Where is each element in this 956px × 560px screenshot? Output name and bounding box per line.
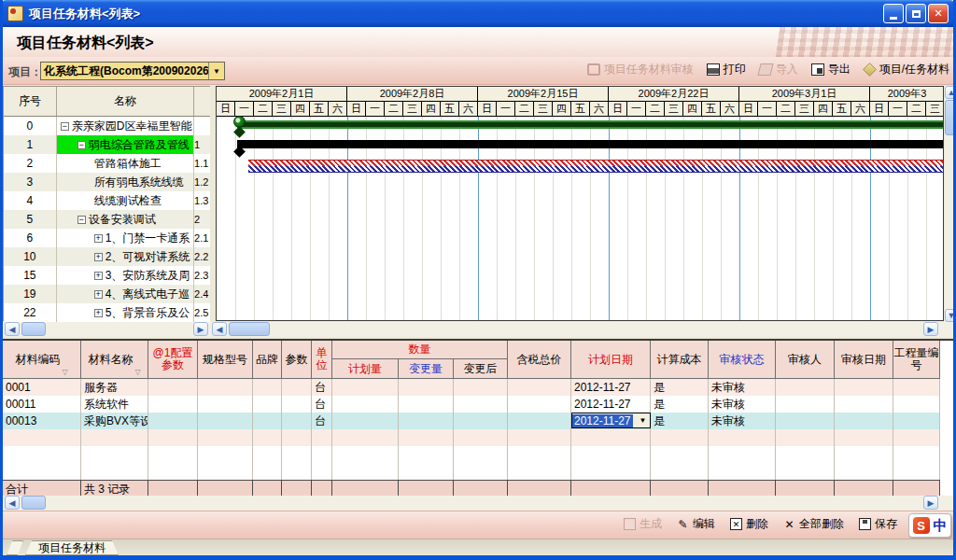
material-cell[interactable] <box>253 379 282 396</box>
material-empty-cell[interactable] <box>312 429 332 446</box>
material-empty-cell[interactable] <box>253 446 282 463</box>
material-cell[interactable] <box>454 396 508 413</box>
material-cell[interactable] <box>253 396 282 413</box>
material-empty-cell[interactable] <box>3 446 81 463</box>
material-empty-cell[interactable] <box>893 463 940 480</box>
material-empty-cell[interactable] <box>835 446 893 463</box>
material-cell[interactable]: 系统软件 <box>81 396 148 413</box>
material-cell[interactable] <box>893 413 940 429</box>
material-cell[interactable] <box>332 396 399 413</box>
task-panel-scroll-right-icon[interactable]: ▶ <box>193 322 208 336</box>
column-header-计划量[interactable]: 计划量 <box>332 359 399 379</box>
gantt-scroll-right-icon[interactable]: ▶ <box>923 322 938 336</box>
chevron-down-icon[interactable]: ▼ <box>208 63 224 79</box>
gantt-scroll-left-icon[interactable]: ◀ <box>212 322 227 336</box>
task-row[interactable]: 3所有弱电系统线缆1.2 <box>4 173 210 191</box>
material-cell[interactable]: 2012-11-27 <box>571 396 651 413</box>
gantt-bar-hatched-blue[interactable] <box>248 166 944 173</box>
column-header-@1配置参数[interactable]: @1配置参数 <box>148 341 198 379</box>
expand-icon[interactable]: + <box>94 253 103 261</box>
collapse-icon[interactable]: − <box>61 122 69 131</box>
sort-icon[interactable]: ▽ <box>134 366 140 378</box>
material-empty-cell[interactable] <box>454 446 508 463</box>
material-empty-cell[interactable] <box>198 446 253 463</box>
collapse-icon[interactable]: − <box>77 141 86 149</box>
task-panel-hscroll-thumb[interactable] <box>21 322 46 336</box>
task-row[interactable]: 0−亲亲家园D区幸福里智能 <box>4 117 210 135</box>
expand-icon[interactable]: + <box>94 290 103 299</box>
material-empty-cell[interactable] <box>454 463 508 480</box>
material-empty-cell[interactable] <box>454 429 508 446</box>
column-header-材料名称[interactable]: 材料名称▽ <box>81 341 148 379</box>
material-empty-cell[interactable] <box>81 446 148 463</box>
bottom-button-全部删除[interactable]: ✕全部删除 <box>783 516 844 532</box>
close-button[interactable]: ✕ <box>928 4 949 23</box>
material-empty-cell[interactable] <box>651 463 709 480</box>
bottom-button-删除[interactable]: ✕删除 <box>730 516 768 532</box>
material-empty-cell[interactable] <box>3 429 81 446</box>
material-cell[interactable]: 未审核 <box>709 396 776 413</box>
titlebar[interactable]: 项目任务材料<列表> ✕ <box>0 0 956 27</box>
task-panel-scroll-left-icon[interactable]: ◀ <box>5 322 20 336</box>
task-row[interactable]: 15+3、安防系统及周2.3 <box>4 266 210 285</box>
bottom-button-编辑[interactable]: ✎编辑 <box>677 516 715 532</box>
materials-scroll-right-icon[interactable]: ▶ <box>923 496 938 510</box>
tab-project-task-materials[interactable]: 项目任务材料 <box>25 540 119 555</box>
column-header-单位[interactable]: 单位 <box>312 341 332 379</box>
material-cell[interactable] <box>148 413 198 429</box>
gantt-hscroll-thumb[interactable] <box>229 322 270 336</box>
scroll-down-icon[interactable]: ▼ <box>945 309 956 322</box>
material-cell[interactable] <box>835 379 893 396</box>
material-cell[interactable]: 2012-11-27 <box>571 379 651 396</box>
column-header-参数[interactable]: 参数 <box>282 341 312 379</box>
material-cell[interactable]: 是 <box>651 396 709 413</box>
material-empty-cell[interactable] <box>312 446 332 463</box>
material-cell[interactable] <box>332 379 399 396</box>
material-cell[interactable]: 0001 <box>3 379 81 396</box>
gantt-bar-summary-black[interactable] <box>237 140 944 148</box>
plan-date-editor-value[interactable]: 2012-11-27 <box>572 414 633 427</box>
material-cell[interactable] <box>399 379 454 396</box>
material-cell[interactable] <box>776 379 835 396</box>
task-row[interactable]: 19+4、离线式电子巡2.4 <box>4 285 210 303</box>
gantt-bar-hatched-red[interactable] <box>248 160 944 166</box>
material-cell[interactable]: 采购BVX等设备 <box>81 413 148 429</box>
materials-scroll-left-icon[interactable]: ◀ <box>5 496 20 510</box>
material-empty-cell[interactable] <box>3 463 81 480</box>
task-name[interactable]: +2、可视对讲系统 <box>57 247 194 266</box>
material-empty-cell[interactable] <box>508 463 571 480</box>
column-header-审核日期[interactable]: 审核日期 <box>835 341 893 379</box>
toolbar-button-导出[interactable]: 导出 <box>811 62 851 77</box>
material-cell[interactable] <box>282 379 312 396</box>
material-empty-cell[interactable] <box>571 463 651 480</box>
material-empty-cell[interactable] <box>332 446 399 463</box>
material-cell[interactable]: 台 <box>312 413 332 429</box>
toolbar-button-打印[interactable]: 打印 <box>707 62 746 77</box>
material-empty-cell[interactable] <box>508 446 571 463</box>
material-cell[interactable]: 未审核 <box>709 379 776 396</box>
task-row[interactable]: 6+1、门禁一卡通系2.1 <box>4 229 210 247</box>
task-name[interactable]: −设备安装调试 <box>57 210 194 229</box>
material-cell[interactable] <box>835 396 893 413</box>
material-cell[interactable] <box>399 396 454 413</box>
material-cell[interactable] <box>399 413 454 429</box>
toolbar-button-项目/任务材料[interactable]: 项目/任务材料 <box>864 62 949 77</box>
task-row[interactable]: 22+5、背景音乐及公2.5 <box>4 303 210 322</box>
material-cell[interactable] <box>198 396 253 413</box>
material-cell[interactable]: 台 <box>312 379 332 396</box>
material-empty-cell[interactable] <box>776 429 835 446</box>
material-cell[interactable] <box>148 396 198 413</box>
column-header-规格型号[interactable]: 规格型号 <box>198 341 253 379</box>
material-empty-cell[interactable] <box>709 463 776 480</box>
material-empty-cell[interactable] <box>571 446 651 463</box>
task-row[interactable]: 4线缆测试检查1.3 <box>4 191 210 210</box>
material-empty-cell[interactable] <box>198 463 253 480</box>
material-cell[interactable] <box>454 379 508 396</box>
material-empty-cell[interactable] <box>282 429 312 446</box>
material-empty-cell[interactable] <box>399 463 454 480</box>
plan-date-editor[interactable]: 2012-11-27▼ <box>571 413 651 428</box>
material-empty-cell[interactable] <box>835 429 893 446</box>
task-name[interactable]: −弱电综合管路及管线 <box>57 135 194 154</box>
material-empty-cell[interactable] <box>776 446 835 463</box>
material-empty-cell[interactable] <box>148 446 198 463</box>
